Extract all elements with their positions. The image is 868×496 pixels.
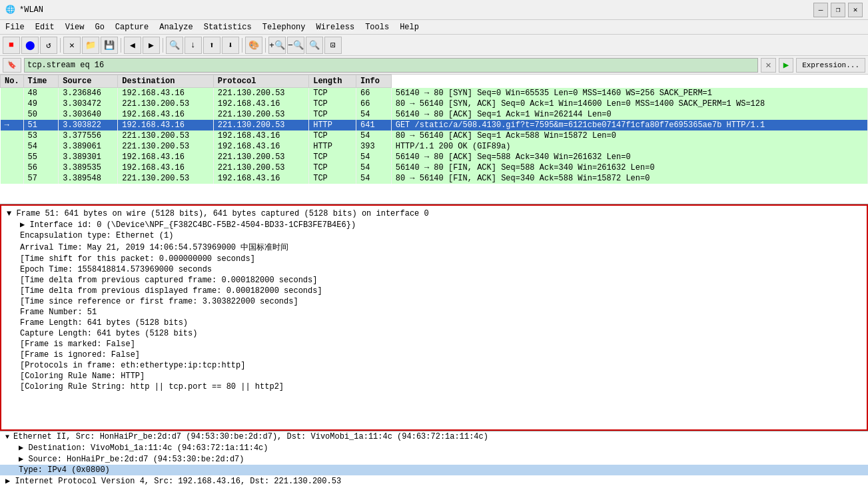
encap-row: Encapsulation type: Ethernet (1) [7, 230, 861, 241]
cell-time: 3.303640 [59, 109, 118, 120]
table-row[interactable]: 533.377556221.130.200.53192.168.43.16TCP… [1, 130, 868, 141]
cell-no: 48 [23, 88, 59, 99]
cell-no: 53 [23, 130, 59, 141]
table-row[interactable]: 563.389535192.168.43.16221.130.200.53TCP… [1, 162, 868, 173]
table-row[interactable]: 483.236846192.168.43.16221.130.200.53TCP… [1, 88, 868, 99]
detail-panel[interactable]: ▼ Frame 51: 641 bytes on wire (5128 bits… [0, 204, 868, 431]
cell-time: 3.389301 [59, 152, 118, 162]
arrow-cell: → [1, 120, 24, 130]
col-length: Length [309, 75, 356, 88]
menu-file[interactable]: File [0, 20, 30, 35]
cell-time: 3.377556 [59, 130, 118, 141]
internet-row[interactable]: ▶ Internet Protocol Version 4, Src: 192.… [0, 475, 868, 487]
go-to-packet-button[interactable]: ↓ [185, 37, 202, 54]
start-button[interactable]: ⬤ [21, 37, 39, 54]
type-row[interactable]: Type: IPv4 (0x0800) [0, 465, 868, 475]
cell-len: 54 [356, 173, 392, 184]
clear-filter-button[interactable]: ✕ [761, 58, 775, 73]
menu-wireless[interactable]: Wireless [311, 20, 360, 35]
cell-no: 54 [23, 141, 59, 152]
cell-time: 3.303822 [59, 120, 118, 130]
col-time: Time [23, 75, 59, 88]
apply-filter-button[interactable]: ▶ [779, 58, 793, 73]
filter-input[interactable]: tcp.stream eq 16 [24, 58, 758, 73]
time-since-ref-text: [Time since reference or first frame: 3.… [20, 297, 298, 306]
interface-text: Interface id: 0 (\Device\NPF_{F382C4BC-F… [29, 220, 356, 230]
filter-bookmark-button[interactable]: 🔖 [3, 58, 21, 73]
minimize-button[interactable]: — [813, 3, 828, 17]
table-row[interactable]: 493.303472221.130.200.53192.168.43.16TCP… [1, 99, 868, 109]
close-button[interactable]: ✕ [848, 3, 863, 17]
table-row[interactable]: 573.389548221.130.200.53192.168.43.16TCP… [1, 173, 868, 184]
internet-text: Internet Protocol Version 4, Src: 192.16… [15, 477, 341, 486]
menu-statistics[interactable]: Statistics [199, 20, 257, 35]
bottom-panels: Ethernet II, Src: HonHaiPr_be:2d:d7 (94:… [0, 431, 868, 496]
time-delta-disp-row: [Time delta from previous displayed fram… [7, 286, 861, 296]
cell-info: GET /static/a/508.4130.gif?t=7595&m=6121… [391, 120, 867, 130]
table-row[interactable]: 503.303640192.168.43.16221.130.200.53TCP… [1, 109, 868, 120]
destination-row[interactable]: ▶ Destination: VivoMobi_1a:11:4c (94:63:… [0, 442, 868, 453]
colorize-button[interactable]: 🎨 [245, 37, 262, 54]
col-source: Source [59, 75, 118, 88]
titlebar: 🌐 *WLAN — ❐ ✕ [0, 0, 868, 20]
table-row[interactable]: 553.389301192.168.43.16221.130.200.53TCP… [1, 152, 868, 162]
cell-info: 80 → 56140 [SYN, ACK] Seq=0 Ack=1 Win=14… [391, 99, 867, 109]
packet-tbody: 483.236846192.168.43.16221.130.200.53TCP… [1, 88, 868, 184]
restart-button[interactable]: ↺ [40, 37, 57, 54]
save-file-button[interactable]: 💾 [101, 37, 118, 54]
cell-no: 56 [23, 162, 59, 173]
destination-text: Destination: VivoMobi_1a:11:4c (94:63:72… [28, 443, 268, 453]
filter-expression-button[interactable]: Expression... [796, 58, 865, 73]
menu-go[interactable]: Go [89, 20, 109, 35]
time-since-ref-row: [Time since reference or first frame: 3.… [7, 296, 861, 307]
menu-help[interactable]: Help [394, 20, 424, 35]
epoch-text: Epoch Time: 1558418814.573969000 seconds [20, 265, 212, 274]
cell-info: HTTP/1.1 200 OK (GIF89a) [391, 141, 867, 152]
maximize-button[interactable]: ❐ [831, 3, 845, 17]
table-row[interactable]: 543.389061221.130.200.53192.168.43.16HTT… [1, 141, 868, 152]
zoom-normal-button[interactable]: 🔍 [306, 37, 323, 54]
cell-len: 54 [356, 162, 392, 173]
source-row[interactable]: ▶ Source: HonHaiPr_be:2d:d7 (94:53:30:be… [0, 453, 868, 465]
ethernet-row[interactable]: Ethernet II, Src: HonHaiPr_be:2d:d7 (94:… [0, 431, 868, 442]
packet-list[interactable]: No. Time Source Destination Protocol Len… [0, 75, 868, 204]
menu-tools[interactable]: Tools [360, 20, 394, 35]
menu-capture[interactable]: Capture [110, 20, 154, 35]
separator-1 [60, 38, 61, 53]
open-file-button[interactable]: 📁 [82, 37, 99, 54]
separator-3 [163, 38, 163, 53]
cell-src: 192.168.43.16 [118, 120, 213, 130]
cell-no: 57 [23, 173, 59, 184]
close-file-button[interactable]: ✕ [63, 37, 81, 54]
next-packet-button[interactable]: ⬇ [222, 37, 239, 54]
arrow-cell [1, 162, 24, 173]
cell-len: 54 [356, 152, 392, 162]
frame-summary-row[interactable]: ▼ Frame 51: 641 bytes on wire (5128 bits… [7, 208, 861, 219]
menu-view[interactable]: View [60, 20, 90, 35]
cell-proto: TCP [309, 88, 356, 99]
cell-dst: 221.130.200.53 [213, 88, 308, 99]
zoom-out-button[interactable]: −🔍 [287, 37, 304, 54]
back-button[interactable]: ◀ [124, 37, 141, 54]
time-delta-cap-text: [Time delta from previous captured frame… [20, 276, 317, 285]
separator-5 [265, 38, 266, 53]
table-row[interactable]: →513.303822192.168.43.16221.130.200.53HT… [1, 120, 868, 130]
menu-edit[interactable]: Edit [30, 20, 60, 35]
cell-no: 50 [23, 109, 59, 120]
prev-packet-button[interactable]: ⬆ [203, 37, 220, 54]
protocols-row: [Protocols in frame: eth:ethertype:ip:tc… [7, 360, 861, 371]
cell-src: 221.130.200.53 [118, 99, 213, 109]
menu-analyze[interactable]: Analyze [154, 20, 198, 35]
stop-button[interactable]: ■ [3, 37, 20, 54]
resize-columns-button[interactable]: ⊡ [324, 37, 342, 54]
forward-button[interactable]: ▶ [143, 37, 160, 54]
ignored-row: [Frame is ignored: False] [7, 350, 861, 360]
cell-proto: TCP [309, 109, 356, 120]
find-button[interactable]: 🔍 [166, 37, 183, 54]
coloring-name-text: [Coloring Rule Name: HTTP] [20, 372, 145, 381]
menu-telephony[interactable]: Telephony [257, 20, 311, 35]
app-icon: 🌐 [5, 5, 15, 15]
cell-proto: TCP [309, 152, 356, 162]
zoom-in-button[interactable]: +🔍 [268, 37, 286, 54]
cell-dst: 221.130.200.53 [213, 152, 308, 162]
